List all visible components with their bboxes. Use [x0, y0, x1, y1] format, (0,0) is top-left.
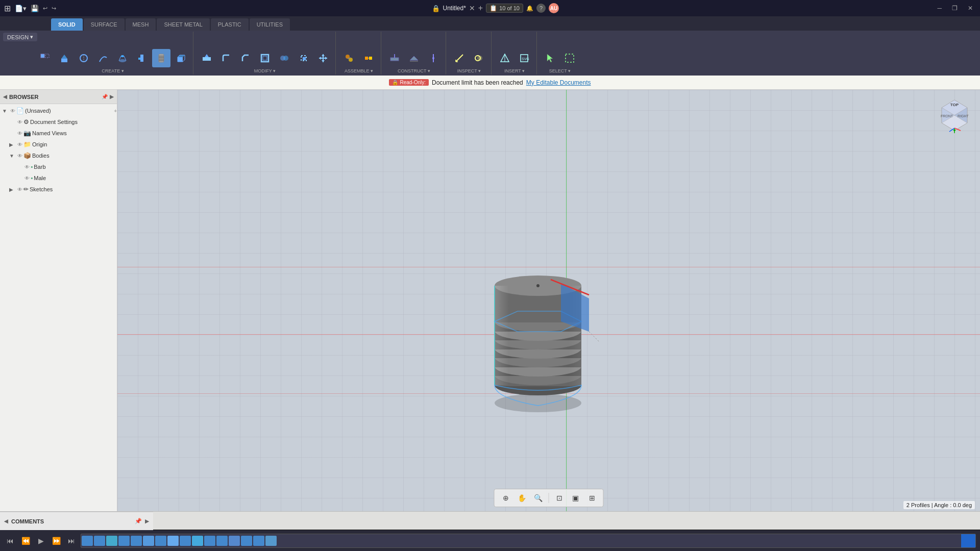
timeline-item-7[interactable]: [155, 536, 166, 546]
browser-collapse-left[interactable]: ◀: [4, 518, 8, 524]
eye-icon-unsaved[interactable]: 👁: [10, 108, 15, 114]
axis-btn[interactable]: [424, 49, 443, 67]
notification-message: Document limit has been reached: [432, 79, 523, 86]
insert-mesh-btn[interactable]: [496, 49, 514, 67]
joint-btn[interactable]: [359, 49, 378, 67]
move-btn[interactable]: [314, 49, 332, 67]
user-avatar[interactable]: AU: [549, 3, 559, 13]
combine-btn[interactable]: [275, 49, 293, 67]
tree-item-origin[interactable]: ▶ 👁 📁 Origin: [0, 139, 117, 150]
tab-mesh[interactable]: MESH: [126, 18, 156, 31]
design-dropdown[interactable]: DESIGN ▾: [3, 33, 37, 41]
notification-link[interactable]: My Editable Documents: [526, 79, 591, 86]
timeline-item-10[interactable]: [192, 536, 203, 546]
revolve-btn[interactable]: [75, 49, 93, 67]
svg-marker-31: [322, 60, 325, 62]
chamfer-btn[interactable]: [236, 49, 255, 67]
display-mode-btn[interactable]: ▣: [569, 491, 583, 505]
tree-item-named-views[interactable]: 👁 📷 Named Views: [0, 128, 117, 139]
plane-angle-btn[interactable]: [405, 49, 423, 67]
tab-sheet-metal[interactable]: SHEET METAL: [157, 18, 209, 31]
close-tab-btn[interactable]: ✕: [469, 4, 475, 12]
grid-btn[interactable]: ⊞: [585, 491, 599, 505]
thread-btn[interactable]: [152, 49, 170, 67]
new-tab-btn[interactable]: +: [478, 4, 483, 13]
zoom-fit-btn[interactable]: ⊡: [552, 491, 567, 505]
insert-svg-btn[interactable]: SVG: [515, 49, 533, 67]
close-window-btn[interactable]: ✕: [965, 4, 976, 13]
fillet-btn[interactable]: [217, 49, 235, 67]
tree-item-doc-settings[interactable]: 👁 ⚙ Document Settings: [0, 116, 117, 128]
select-window-btn[interactable]: [560, 49, 579, 67]
restore-btn[interactable]: ❐: [949, 4, 961, 13]
svg-marker-32: [319, 57, 321, 60]
timeline-item-1[interactable]: [82, 536, 93, 546]
assemble-btn[interactable]: [340, 49, 358, 67]
timeline-item-9[interactable]: [180, 536, 191, 546]
timeline-item-13[interactable]: [229, 536, 240, 546]
svg-rect-1: [45, 54, 49, 58]
redo-btn[interactable]: ↪: [52, 5, 56, 12]
tab-plastic[interactable]: PLASTIC: [211, 18, 249, 31]
comments-expand-btn[interactable]: ▶: [145, 518, 149, 524]
select-btn[interactable]: [541, 49, 559, 67]
offset-plane-btn[interactable]: [385, 49, 404, 67]
measure-btn[interactable]: [450, 49, 469, 67]
tab-utilities[interactable]: UTILITIES: [250, 18, 290, 31]
timeline-item-5[interactable]: [131, 536, 142, 546]
timeline-item-6[interactable]: [143, 536, 154, 546]
tab-surface[interactable]: SURFACE: [84, 18, 125, 31]
browser-panel: ◀ BROWSER 📌 ▶ ▼ 👁 📄 (Unsaved) + 👁 ⚙ Docu…: [0, 90, 117, 511]
zoom-btn[interactable]: 🔍: [531, 491, 546, 505]
tab-bar: SOLID SURFACE MESH SHEET METAL PLASTIC U…: [0, 16, 980, 31]
timeline-prev-btn[interactable]: ⏪: [19, 535, 32, 547]
extrude-btn[interactable]: [55, 49, 74, 67]
tree-item-sketches[interactable]: ▶ 👁 ✏ Sketches: [0, 184, 117, 195]
insert-section: SVG INSERT ▾: [493, 32, 537, 74]
viewport[interactable]: TOP FRONT RIGHT 2 Profiles | Angle : 0.0…: [117, 90, 980, 511]
box-btn[interactable]: [172, 49, 190, 67]
sweep-btn[interactable]: [94, 49, 112, 67]
bell-icon[interactable]: 🔔: [526, 5, 533, 12]
app-grid-icon[interactable]: ⊞: [4, 4, 11, 13]
loft-btn[interactable]: [113, 49, 132, 67]
shell-btn[interactable]: [256, 49, 274, 67]
timeline-track[interactable]: [81, 534, 976, 548]
snap-btn[interactable]: ⊕: [499, 491, 513, 505]
3d-object[interactable]: [459, 204, 622, 418]
file-menu[interactable]: 📄▾: [15, 5, 27, 12]
tree-item-barb[interactable]: 👁 ▪ Barb: [0, 161, 117, 172]
help-btn[interactable]: ?: [536, 4, 546, 13]
timeline-item-2[interactable]: [94, 536, 105, 546]
timeline-item-16[interactable]: [265, 536, 277, 546]
browser-collapse-btn[interactable]: ◀: [3, 94, 7, 99]
timeline-start-btn[interactable]: ⏮: [4, 535, 16, 547]
timeline-next-btn[interactable]: ⏩: [50, 535, 62, 547]
timeline-item-15[interactable]: [253, 536, 264, 546]
timeline-item-14[interactable]: [241, 536, 252, 546]
browser-pin-btn[interactable]: 📌: [102, 94, 108, 99]
timeline-item-8[interactable]: [167, 536, 179, 546]
new-component-btn[interactable]: [36, 49, 54, 67]
timeline-item-3[interactable]: [106, 536, 117, 546]
timeline-play-btn[interactable]: ▶: [35, 535, 47, 547]
timeline-item-12[interactable]: [216, 536, 228, 546]
timeline-item-11[interactable]: [204, 536, 215, 546]
minimize-btn[interactable]: ─: [934, 4, 945, 13]
undo-btn[interactable]: ↩: [43, 5, 47, 12]
tree-item-bodies[interactable]: ▼ 👁 📦 Bodies: [0, 150, 117, 161]
tab-solid[interactable]: SOLID: [51, 18, 83, 31]
interference-btn[interactable]: [470, 49, 488, 67]
rib-btn[interactable]: [133, 49, 151, 67]
save-icon[interactable]: 💾: [31, 5, 39, 12]
browser-expand-btn[interactable]: ▶: [110, 94, 114, 99]
tree-item-unsaved[interactable]: ▼ 👁 📄 (Unsaved) +: [0, 105, 117, 116]
scale-btn[interactable]: [295, 49, 313, 67]
tree-item-male[interactable]: 👁 ▪ Male: [0, 172, 117, 184]
press-pull-btn[interactable]: [198, 49, 216, 67]
pan-btn[interactable]: ✋: [515, 491, 529, 505]
navigation-cube[interactable]: TOP FRONT RIGHT: [934, 95, 975, 136]
timeline-item-4[interactable]: [118, 536, 130, 546]
timeline-end-btn[interactable]: ⏭: [65, 535, 78, 547]
comments-pin-btn[interactable]: 📌: [135, 518, 142, 524]
